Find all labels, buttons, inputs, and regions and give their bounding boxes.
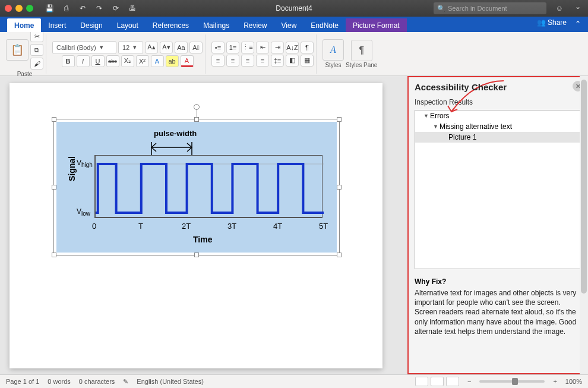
sort-icon[interactable]: A↓Z — [286, 42, 299, 53]
picture-selection[interactable]: pulse-width Signal Time Vhigh Vlow 0 T 2… — [53, 119, 340, 255]
shading-icon[interactable]: ◧ — [286, 55, 299, 67]
status-words[interactable]: 0 words — [48, 378, 71, 385]
document-search[interactable]: 🔍 Search in Document — [434, 2, 546, 14]
styles-label: Styles — [325, 62, 341, 68]
print-preview-icon[interactable]: 🖶 — [126, 2, 139, 14]
focus-view-icon[interactable] — [415, 377, 428, 386]
zoom-slider[interactable] — [479, 380, 545, 383]
macos-titlebar: 💾 ⎙ ↶ ↷ ⟳ 🖶 Document4 🔍 Search in Docume… — [0, 0, 588, 17]
sidepane-title: Accessibility Checker ✕ — [409, 77, 587, 96]
tab-references[interactable]: References — [146, 18, 196, 32]
zoom-thumb[interactable] — [512, 378, 518, 385]
resize-handle-s[interactable] — [194, 253, 199, 257]
increase-font-icon[interactable]: A▴ — [145, 42, 158, 53]
zoom-level[interactable]: 100% — [565, 378, 582, 385]
subscript-icon[interactable]: X₂ — [121, 55, 134, 67]
decrease-font-icon[interactable]: A▾ — [160, 42, 173, 53]
tab-insert[interactable]: Insert — [41, 18, 73, 32]
redo-icon[interactable]: ↷ — [93, 2, 106, 14]
document-viewport[interactable]: pulse-width Signal Time Vhigh Vlow 0 T 2… — [0, 76, 407, 374]
clear-formatting-icon[interactable]: A⃠ — [189, 42, 203, 53]
error-item-picture1[interactable]: Picture 1 — [415, 132, 580, 143]
show-marks-icon[interactable]: ¶ — [301, 42, 314, 53]
web-layout-view-icon[interactable] — [446, 377, 459, 386]
sidepane-scrollbar[interactable] — [580, 76, 588, 374]
styles-pane-button[interactable]: ¶ — [351, 40, 372, 61]
align-right-icon[interactable]: ≡ — [241, 55, 254, 67]
window-minimize-icon[interactable] — [15, 5, 23, 12]
increase-indent-icon[interactable]: ⇥ — [271, 42, 284, 53]
tab-endnote[interactable]: EndNote — [304, 18, 346, 32]
tab-design[interactable]: Design — [73, 18, 109, 32]
superscript-icon[interactable]: X² — [136, 55, 149, 67]
cut-icon[interactable]: ✂ — [30, 30, 43, 42]
borders-icon[interactable]: ▦ — [301, 55, 314, 67]
tab-review[interactable]: Review — [236, 18, 274, 32]
tab-home[interactable]: Home — [7, 18, 41, 32]
status-language[interactable]: English (United States) — [137, 378, 204, 385]
scrollbar-thumb[interactable] — [581, 80, 587, 294]
tab-picture-format[interactable]: Picture Format — [346, 18, 407, 32]
strikethrough-button[interactable]: abc — [106, 55, 119, 67]
paste-button[interactable]: 📋 — [6, 39, 29, 61]
decrease-indent-icon[interactable]: ⇤ — [256, 42, 269, 53]
underline-button[interactable]: U — [91, 55, 105, 67]
bold-button[interactable]: B — [62, 55, 75, 67]
chart-ylabel: Signal — [67, 156, 77, 181]
change-case-icon[interactable]: Aa — [175, 42, 188, 53]
justify-icon[interactable]: ≡ — [256, 55, 269, 67]
resize-handle-sw[interactable] — [52, 253, 56, 257]
format-painter-icon[interactable]: 🖌 — [30, 58, 43, 70]
view-switcher — [415, 377, 459, 386]
status-page[interactable]: Page 1 of 1 — [6, 378, 39, 385]
page-canvas[interactable]: pulse-width Signal Time Vhigh Vlow 0 T 2… — [10, 83, 382, 368]
align-left-icon[interactable]: ≡ — [211, 55, 225, 67]
resize-handle-w[interactable] — [52, 185, 56, 190]
inspection-results-list[interactable]: ▼Errors ▼Missing alternative text Pictur… — [415, 110, 581, 269]
status-bar: Page 1 of 1 0 words 0 characters ✎ Engli… — [0, 374, 588, 388]
tab-layout[interactable]: Layout — [110, 18, 146, 32]
resize-handle-e[interactable] — [337, 185, 342, 190]
chart-ytick-high: Vhigh — [77, 159, 93, 168]
numbering-icon[interactable]: 1≡ — [226, 42, 239, 53]
line-spacing-icon[interactable]: ‡≡ — [271, 55, 284, 67]
undo-icon[interactable]: ↶ — [76, 2, 89, 14]
tab-view[interactable]: View — [274, 18, 304, 32]
pulse-width-arrow-icon — [148, 140, 195, 155]
spellcheck-icon[interactable]: ✎ — [123, 378, 128, 386]
window-close-icon[interactable] — [5, 5, 12, 12]
tab-mailings[interactable]: Mailings — [196, 18, 236, 32]
feedback-icon[interactable]: ☺ — [554, 2, 565, 14]
refresh-icon[interactable]: ⟳ — [109, 2, 122, 14]
text-effects-icon[interactable]: A — [151, 55, 164, 67]
multilevel-list-icon[interactable]: ⋮≡ — [241, 42, 254, 53]
errors-node[interactable]: ▼Errors — [415, 111, 580, 121]
italic-button[interactable]: I — [77, 55, 90, 67]
styles-gallery[interactable]: A — [323, 39, 344, 61]
document-title: Document4 — [276, 4, 312, 12]
copy-icon[interactable]: ⧉ — [30, 44, 43, 56]
ribbon-collapse-icon[interactable]: ⌃ — [575, 20, 581, 28]
resize-handle-n[interactable] — [194, 117, 199, 122]
styles-pane-label: Styles Pane — [346, 62, 377, 68]
font-name-select[interactable]: Calibri (Body)▾ — [52, 41, 116, 54]
resize-handle-se[interactable] — [337, 253, 342, 257]
print-icon[interactable]: ⎙ — [59, 2, 72, 14]
resize-handle-ne[interactable] — [337, 117, 342, 122]
window-zoom-icon[interactable] — [26, 5, 33, 12]
titlebar-options-icon[interactable]: ⌄ — [575, 2, 581, 11]
zoom-out-icon[interactable]: − — [467, 378, 471, 385]
font-size-select[interactable]: 12▾ — [118, 41, 143, 54]
status-chars[interactable]: 0 characters — [79, 378, 115, 385]
share-button[interactable]: 👥 Share — [537, 18, 567, 27]
embedded-chart: pulse-width Signal Time Vhigh Vlow 0 T 2… — [56, 122, 337, 253]
save-icon[interactable]: 💾 — [43, 2, 56, 14]
zoom-in-icon[interactable]: + — [553, 378, 557, 385]
error-category-node[interactable]: ▼Missing alternative text — [415, 121, 580, 132]
bullets-icon[interactable]: •≡ — [211, 42, 225, 53]
resize-handle-nw[interactable] — [52, 117, 56, 122]
print-layout-view-icon[interactable] — [431, 377, 444, 386]
align-center-icon[interactable]: ≡ — [226, 55, 239, 67]
font-color-icon[interactable]: A — [181, 55, 194, 67]
highlight-icon[interactable]: ab — [166, 55, 179, 67]
